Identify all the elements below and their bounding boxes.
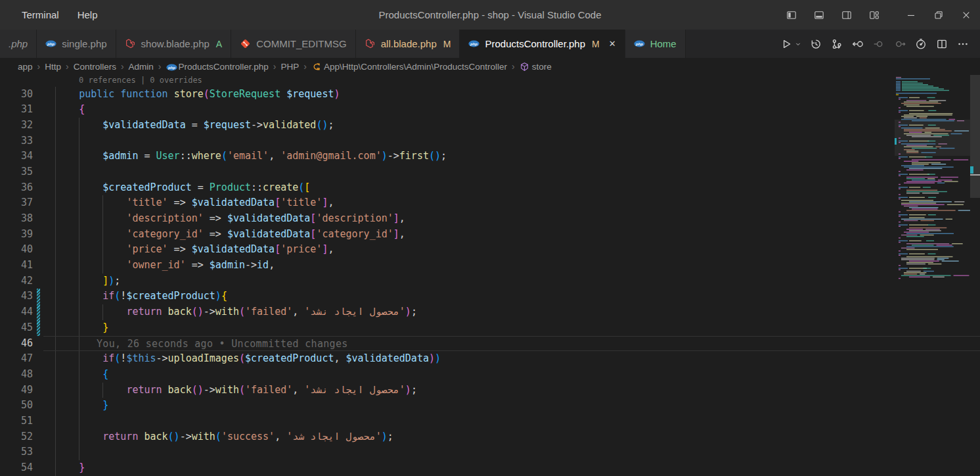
breadcrumb-item-admin[interactable]: Admin — [127, 62, 155, 72]
line-content[interactable]: public function store(StoreRequest $requ… — [43, 87, 980, 103]
line-number[interactable]: 47 — [0, 351, 33, 367]
breadcrumb-item-controllers[interactable]: Controllers — [72, 62, 118, 72]
line-number[interactable]: 45 — [0, 320, 33, 336]
menu-item-terminal[interactable]: Terminal — [14, 6, 66, 24]
run-dropdown-icon[interactable] — [793, 36, 803, 52]
breadcrumb-item-app[interactable]: app — [16, 62, 34, 72]
tab--php[interactable]: .php — [0, 30, 37, 58]
line-content[interactable]: return back()->with('failed', 'محصول ايج… — [43, 304, 980, 320]
line-content[interactable]: 'description' => $validatedData['descrip… — [43, 211, 980, 227]
line-number[interactable]: 48 — [0, 367, 33, 383]
line-number[interactable]: 44 — [0, 304, 33, 320]
line-number[interactable]: 50 — [0, 398, 33, 414]
indent-guide — [79, 242, 79, 258]
breadcrumb-item-app-http-controllers-admin-productscontroller[interactable]: App\Http\Controllers\Admin\ProductsContr… — [310, 62, 508, 72]
minimap[interactable] — [895, 75, 970, 476]
scrollbar-thumb[interactable] — [970, 75, 980, 198]
tab-single-php[interactable]: phpsingle.php — [37, 30, 116, 58]
close-tab-icon[interactable]: ✕ — [609, 39, 616, 49]
customize-layout-icon[interactable] — [860, 0, 888, 30]
code-line-33: 33 — [0, 133, 980, 149]
tab-show-blade-php[interactable]: show.blade.phpA — [116, 30, 232, 58]
line-number[interactable]: 52 — [0, 429, 33, 445]
line-number[interactable]: 33 — [0, 133, 33, 149]
close-icon[interactable] — [952, 0, 980, 30]
more-actions-icon[interactable] — [954, 36, 971, 52]
line-number[interactable]: 53 — [0, 444, 33, 460]
line-content[interactable]: 'owner_id' => $admin->id, — [43, 258, 980, 274]
line-content[interactable]: $admin = User::where('email', 'admin@gma… — [43, 149, 980, 164]
line-number[interactable]: 38 — [0, 211, 33, 227]
line-content[interactable] — [43, 444, 980, 460]
line-content[interactable]: } — [43, 320, 980, 336]
indent-guide — [79, 429, 79, 445]
line-number[interactable]: 41 — [0, 258, 33, 274]
line-content[interactable]: if(!$createdProduct){ — [43, 289, 980, 304]
line-content[interactable]: return back()->with('success', 'محصول اي… — [43, 429, 980, 445]
source-control-graph-icon[interactable] — [828, 36, 845, 52]
code-editor[interactable]: 0 references | 0 overrides 30 public fun… — [0, 75, 980, 476]
line-content[interactable]: 'category_id' => $validatedData['categor… — [43, 227, 980, 243]
code-line-34: 34 $admin = User::where('email', 'admin@… — [0, 149, 980, 164]
line-number[interactable]: 42 — [0, 274, 33, 289]
line-content[interactable]: $createdProduct = Product::create([ — [43, 180, 980, 196]
line-content[interactable]: return back()->with('failed', 'محصول ايج… — [43, 383, 980, 398]
gutter — [33, 398, 43, 414]
line-content[interactable]: } — [43, 398, 980, 414]
git-status-badge: M — [592, 39, 600, 49]
line-number[interactable]: 30 — [0, 87, 33, 103]
line-number[interactable]: 39 — [0, 227, 33, 243]
line-number[interactable]: 43 — [0, 289, 33, 304]
breadcrumb-item-store[interactable]: store — [518, 62, 553, 72]
file-blame-icon[interactable] — [912, 36, 929, 52]
breadcrumb-item-http[interactable]: Http — [43, 62, 62, 72]
line-number[interactable]: 34 — [0, 149, 33, 164]
line-number[interactable]: 36 — [0, 180, 33, 196]
layout-sidebar-right-icon[interactable] — [833, 0, 860, 30]
current-line-content[interactable]: You, 26 seconds ago • Uncommitted change… — [43, 336, 980, 352]
layout-panel-icon[interactable] — [805, 0, 833, 30]
timeline-history-icon[interactable] — [807, 36, 824, 52]
line-content[interactable]: 'price' => $validatedData['price'], — [43, 242, 980, 258]
line-content[interactable]: { — [43, 367, 980, 383]
line-content[interactable]: ]); — [43, 274, 980, 289]
tab-productscontroller-php[interactable]: phpProductsController.phpM✕ — [460, 30, 625, 58]
restore-icon[interactable] — [925, 0, 952, 30]
next-change-icon[interactable] — [891, 36, 908, 52]
line-content[interactable]: 'title' => $validatedData['title'], — [43, 195, 980, 211]
line-number[interactable]: 40 — [0, 242, 33, 258]
line-content[interactable]: { — [43, 102, 980, 118]
line-number[interactable]: 49 — [0, 383, 33, 398]
code-line-40: 40 'price' => $validatedData['price'], — [0, 242, 980, 258]
line-content[interactable] — [43, 133, 980, 149]
line-content[interactable] — [43, 164, 980, 180]
line-number[interactable]: 46 — [0, 336, 33, 352]
line-number[interactable]: 35 — [0, 164, 33, 180]
line-content[interactable]: $validatedData = $request->validated(); — [43, 118, 980, 133]
breadcrumb-item-productscontroller-php[interactable]: phpProductsController.php — [165, 62, 270, 72]
line-number[interactable]: 37 — [0, 195, 33, 211]
line-content[interactable] — [43, 414, 980, 429]
split-editor-icon[interactable] — [933, 36, 950, 52]
minimize-icon[interactable] — [897, 0, 925, 30]
indent-guide — [55, 367, 56, 383]
tab-commit-editmsg[interactable]: COMMIT_EDITMSG — [231, 30, 356, 58]
gutter — [33, 460, 43, 476]
line-number[interactable]: 31 — [0, 102, 33, 118]
line-content[interactable]: if(!$this->uploadImages($createdProduct,… — [43, 351, 980, 367]
codelens-references[interactable]: 0 references | 0 overrides — [0, 75, 980, 87]
line-number[interactable]: 54 — [0, 460, 33, 476]
line-content[interactable]: } — [43, 460, 980, 476]
open-changes-icon[interactable] — [849, 36, 866, 52]
previous-change-icon[interactable] — [870, 36, 887, 52]
line-number[interactable]: 32 — [0, 118, 33, 133]
overview-ruler-cursor-marker — [970, 174, 980, 176]
indent-guide — [79, 118, 79, 133]
layout-sidebar-left-icon[interactable] — [778, 0, 805, 30]
tab-home[interactable]: phpHome — [625, 30, 686, 58]
breadcrumb-item-php[interactable]: PHP — [280, 62, 301, 72]
run-icon[interactable] — [778, 36, 794, 52]
line-number[interactable]: 51 — [0, 414, 33, 429]
tab-all-blade-php[interactable]: all.blade.phpM — [356, 30, 460, 58]
menu-item-help[interactable]: Help — [70, 6, 105, 24]
